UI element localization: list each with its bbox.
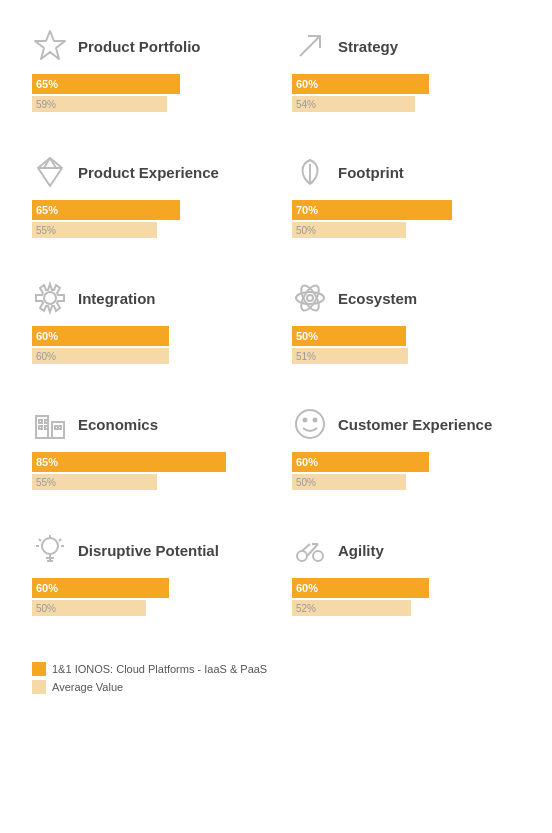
- bar2-label-product-experience: 55%: [36, 225, 56, 236]
- card-product-experience: Product Experience 65% 55%: [16, 142, 276, 260]
- bar2-outer-product-portfolio: 59%: [32, 96, 260, 112]
- legend-orange-swatch: [32, 662, 46, 676]
- svg-point-21: [296, 410, 324, 438]
- bars-agility: 60% 52%: [292, 578, 520, 616]
- bar2-label-customer-experience: 50%: [296, 477, 316, 488]
- svg-point-34: [313, 551, 323, 561]
- metrics-grid: Product Portfolio 65% 59% Strategy: [16, 16, 536, 638]
- card-header-footprint: Footprint: [292, 154, 520, 190]
- bar1-outer-ecosystem: 50%: [292, 326, 520, 346]
- bars-economics: 85% 55%: [32, 452, 260, 490]
- card-header-product-experience: Product Experience: [32, 154, 260, 190]
- card-header-customer-experience: Customer Experience: [292, 406, 520, 442]
- bar2-outer-disruptive-potential: 50%: [32, 600, 260, 616]
- bar1-fill-agility: 60%: [292, 578, 429, 598]
- svg-point-22: [304, 419, 307, 422]
- bar2-label-strategy: 54%: [296, 99, 316, 110]
- svg-line-29: [39, 539, 41, 541]
- svg-rect-17: [39, 426, 42, 429]
- bars-product-portfolio: 65% 59%: [32, 74, 260, 112]
- svg-marker-0: [35, 31, 65, 59]
- svg-marker-2: [38, 158, 62, 186]
- bar2-label-footprint: 50%: [296, 225, 316, 236]
- card-footprint: Footprint 70% 50%: [276, 142, 536, 260]
- bar1-label-footprint: 70%: [296, 204, 318, 216]
- bar1-fill-footprint: 70%: [292, 200, 452, 220]
- card-header-strategy: Strategy: [292, 28, 520, 64]
- bar2-outer-product-experience: 55%: [32, 222, 260, 238]
- bar2-outer-economics: 55%: [32, 474, 260, 490]
- bar2-outer-integration: 60%: [32, 348, 260, 364]
- card-header-ecosystem: Ecosystem: [292, 280, 520, 316]
- svg-point-9: [296, 292, 324, 304]
- bar1-fill-economics: 85%: [32, 452, 226, 472]
- card-title-customer-experience: Customer Experience: [338, 416, 492, 433]
- card-ecosystem: Ecosystem 50% 51%: [276, 268, 536, 386]
- star-icon: [32, 28, 68, 64]
- bar1-outer-footprint: 70%: [292, 200, 520, 220]
- card-header-integration: Integration: [32, 280, 260, 316]
- bars-customer-experience: 60% 50%: [292, 452, 520, 490]
- bars-product-experience: 65% 55%: [32, 200, 260, 238]
- card-title-disruptive-potential: Disruptive Potential: [78, 542, 219, 559]
- leaf-icon: [292, 154, 328, 190]
- bar1-label-economics: 85%: [36, 456, 58, 468]
- diamond-icon: [32, 154, 68, 190]
- smiley-icon: [292, 406, 328, 442]
- card-title-agility: Agility: [338, 542, 384, 559]
- bar1-fill-product-portfolio: 65%: [32, 74, 180, 94]
- svg-line-1: [300, 36, 320, 56]
- card-product-portfolio: Product Portfolio 65% 59%: [16, 16, 276, 134]
- arrow-icon: [292, 28, 328, 64]
- bar1-fill-disruptive-potential: 60%: [32, 578, 169, 598]
- bar2-outer-agility: 52%: [292, 600, 520, 616]
- card-economics: Economics 85% 55%: [16, 394, 276, 512]
- bar2-fill-product-portfolio: 59%: [32, 96, 167, 112]
- bar2-label-disruptive-potential: 50%: [36, 603, 56, 614]
- legend-light: Average Value: [32, 680, 520, 694]
- card-agility: Agility 60% 52%: [276, 520, 536, 638]
- bar2-label-economics: 55%: [36, 477, 56, 488]
- bar1-label-disruptive-potential: 60%: [36, 582, 58, 594]
- bars-disruptive-potential: 60% 50%: [32, 578, 260, 616]
- atom-icon: [292, 280, 328, 316]
- lightbulb-icon: [32, 532, 68, 568]
- bar1-label-product-portfolio: 65%: [36, 78, 58, 90]
- svg-line-30: [59, 539, 61, 541]
- bar2-label-product-portfolio: 59%: [36, 99, 56, 110]
- bar1-outer-agility: 60%: [292, 578, 520, 598]
- bar1-outer-economics: 85%: [32, 452, 260, 472]
- bar1-fill-strategy: 60%: [292, 74, 429, 94]
- legend-light-label: Average Value: [52, 681, 123, 693]
- bar1-label-integration: 60%: [36, 330, 58, 342]
- bar1-outer-integration: 60%: [32, 326, 260, 346]
- building-icon: [32, 406, 68, 442]
- bar2-fill-economics: 55%: [32, 474, 157, 490]
- svg-point-7: [44, 292, 56, 304]
- bar2-fill-agility: 52%: [292, 600, 411, 616]
- legend-orange: 1&1 IONOS: Cloud Platforms - IaaS & PaaS: [32, 662, 520, 676]
- bar2-outer-customer-experience: 50%: [292, 474, 520, 490]
- bar1-outer-product-experience: 65%: [32, 200, 260, 220]
- bar2-fill-footprint: 50%: [292, 222, 406, 238]
- bars-ecosystem: 50% 51%: [292, 326, 520, 364]
- card-title-product-portfolio: Product Portfolio: [78, 38, 201, 55]
- bar2-fill-disruptive-potential: 50%: [32, 600, 146, 616]
- svg-point-33: [297, 551, 307, 561]
- bar2-label-agility: 52%: [296, 603, 316, 614]
- card-title-integration: Integration: [78, 290, 156, 307]
- card-strategy: Strategy 60% 54%: [276, 16, 536, 134]
- bars-strategy: 60% 54%: [292, 74, 520, 112]
- card-title-ecosystem: Ecosystem: [338, 290, 417, 307]
- card-header-economics: Economics: [32, 406, 260, 442]
- bar1-fill-integration: 60%: [32, 326, 169, 346]
- svg-point-24: [42, 538, 58, 554]
- bar1-label-strategy: 60%: [296, 78, 318, 90]
- bar1-outer-disruptive-potential: 60%: [32, 578, 260, 598]
- bar2-outer-ecosystem: 51%: [292, 348, 520, 364]
- bar1-label-ecosystem: 50%: [296, 330, 318, 342]
- bar1-outer-customer-experience: 60%: [292, 452, 520, 472]
- svg-rect-16: [45, 420, 48, 423]
- bar2-fill-product-experience: 55%: [32, 222, 157, 238]
- svg-point-23: [314, 419, 317, 422]
